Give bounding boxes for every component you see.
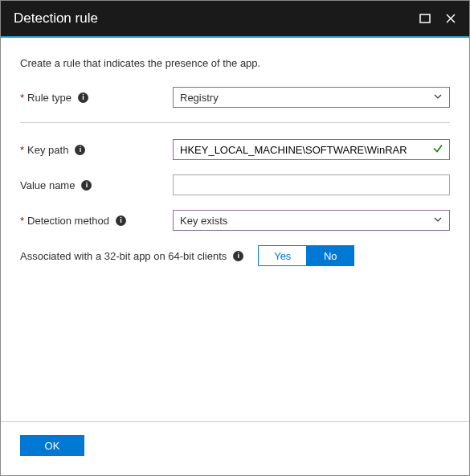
close-icon[interactable]: [445, 13, 456, 24]
value-name-row: Value name i: [20, 174, 450, 195]
select-value: Registry: [180, 92, 219, 104]
label-text: Detection method: [27, 215, 109, 227]
description-text: Create a rule that indicates the presenc…: [20, 57, 450, 69]
detection-method-select[interactable]: Key exists: [173, 210, 450, 231]
info-icon[interactable]: i: [81, 180, 92, 191]
value-name-input[interactable]: [173, 174, 450, 195]
label-text: Value name: [20, 179, 75, 191]
rule-type-label: * Rule type i: [20, 92, 173, 104]
info-icon[interactable]: i: [233, 251, 243, 261]
rule-type-row: * Rule type i Registry: [20, 87, 450, 108]
required-asterisk: *: [20, 215, 24, 227]
dialog-title: Detection rule: [14, 10, 419, 27]
key-path-label: * Key path i: [20, 144, 173, 156]
value-name-label: Value name i: [20, 179, 173, 191]
info-icon[interactable]: i: [75, 145, 85, 155]
label-text: Key path: [27, 144, 68, 156]
toggle-yes[interactable]: Yes: [258, 245, 306, 266]
svg-rect-0: [420, 14, 430, 23]
chevron-down-icon: [433, 215, 443, 227]
rule-type-control: Registry: [173, 87, 450, 108]
required-asterisk: *: [20, 144, 24, 156]
detection-method-label: * Detection method i: [20, 215, 173, 227]
detection-method-control: Key exists: [173, 210, 450, 231]
maximize-icon[interactable]: [419, 13, 431, 24]
associated-label: Associated with a 32-bit app on 64-bit c…: [20, 250, 227, 262]
dialog-footer: OK: [1, 421, 469, 475]
ok-button[interactable]: OK: [20, 435, 84, 456]
dialog-header: Detection rule: [1, 1, 469, 38]
value-name-control: [173, 174, 450, 195]
associated-row: Associated with a 32-bit app on 64-bit c…: [20, 245, 450, 266]
dialog-content: Create a rule that indicates the presenc…: [1, 38, 469, 421]
info-icon[interactable]: i: [78, 92, 88, 103]
key-path-control: [173, 139, 450, 160]
select-value: Key exists: [180, 215, 227, 227]
key-path-row: * Key path i: [20, 139, 450, 160]
rule-type-select[interactable]: Registry: [173, 87, 450, 108]
label-text: Rule type: [27, 92, 72, 104]
divider: [20, 122, 450, 123]
toggle-no[interactable]: No: [306, 245, 354, 266]
key-path-input[interactable]: [173, 139, 450, 160]
checkmark-icon: [432, 143, 443, 157]
required-asterisk: *: [20, 92, 24, 104]
detection-method-row: * Detection method i Key exists: [20, 210, 450, 231]
chevron-down-icon: [433, 92, 443, 104]
associated-toggle: Yes No: [258, 245, 354, 266]
header-icons: [419, 13, 456, 24]
info-icon[interactable]: i: [116, 215, 126, 226]
